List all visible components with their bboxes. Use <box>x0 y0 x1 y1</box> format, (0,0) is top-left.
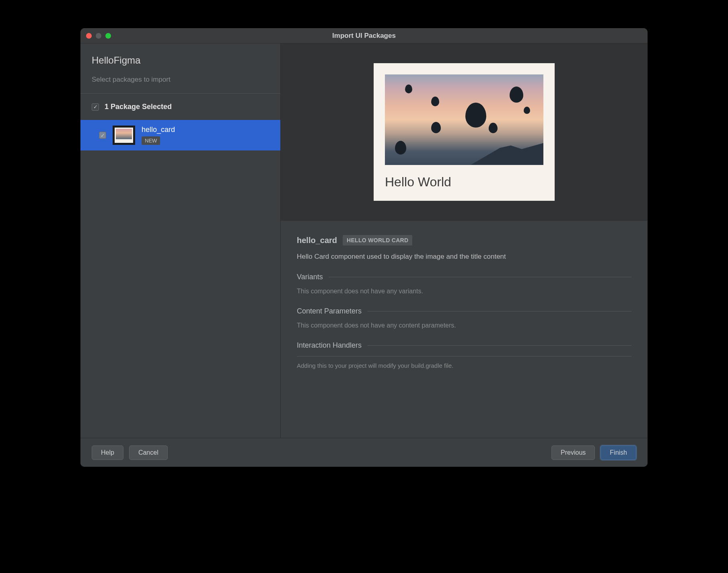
dialog-body: HelloFigma Select packages to import ✓ 1… <box>80 43 648 438</box>
balloon-icon <box>510 87 523 103</box>
project-title: HelloFigma <box>92 55 269 66</box>
balloon-icon <box>524 107 530 114</box>
sidebar: HelloFigma Select packages to import ✓ 1… <box>80 43 281 438</box>
variants-section: Variants This component does not have an… <box>297 273 631 295</box>
details-header: hello_card HELLO WORLD CARD <box>297 235 631 245</box>
balloon-icon <box>405 85 412 93</box>
package-checkbox[interactable]: ✓ <box>99 132 106 139</box>
content-parameters-section: Content Parameters This component does n… <box>297 307 631 329</box>
variants-title-text: Variants <box>297 273 323 281</box>
selected-count-label: 1 Package Selected <box>105 103 172 111</box>
variants-body: This component does not have any variant… <box>297 288 631 295</box>
interaction-handlers-section: Interaction Handlers <box>297 341 631 350</box>
content-parameters-title-text: Content Parameters <box>297 307 362 315</box>
balloon-icon <box>489 123 498 133</box>
interaction-handlers-title: Interaction Handlers <box>297 341 631 350</box>
previous-button[interactable]: Previous <box>551 445 595 460</box>
select-all-checkbox[interactable]: ✓ <box>92 103 99 111</box>
footer-note: Adding this to your project will modify … <box>297 356 631 369</box>
button-bar: Help Cancel Previous Finish <box>80 438 648 467</box>
help-button[interactable]: Help <box>92 445 123 460</box>
project-subtitle: Select packages to import <box>92 76 269 84</box>
main-panel: Hello World hello_card HELLO WORLD CARD … <box>281 43 648 438</box>
package-item-hello-card[interactable]: ✓ hello_card NEW <box>80 120 280 150</box>
close-icon[interactable] <box>86 33 92 39</box>
titlebar: Import UI Packages <box>80 28 648 43</box>
new-badge: NEW <box>142 136 160 145</box>
preview-card-title: Hello World <box>385 175 543 190</box>
finish-button[interactable]: Finish <box>600 445 636 460</box>
content-parameters-title: Content Parameters <box>297 307 631 315</box>
component-badge: HELLO WORLD CARD <box>343 235 412 245</box>
package-meta: hello_card NEW <box>142 126 175 145</box>
select-all-row: ✓ 1 Package Selected <box>80 94 280 120</box>
balloon-icon <box>431 97 439 106</box>
window-title: Import UI Packages <box>80 32 648 40</box>
preview-area: Hello World <box>281 43 648 221</box>
dialog-window: Import UI Packages HelloFigma Select pac… <box>80 28 648 467</box>
landscape-silhouette <box>471 141 543 165</box>
details-panel: hello_card HELLO WORLD CARD Hello Card c… <box>281 221 648 438</box>
balloon-icon <box>465 103 486 128</box>
package-thumbnail <box>113 126 135 145</box>
package-name: hello_card <box>142 126 175 134</box>
preview-card: Hello World <box>374 63 555 201</box>
maximize-icon[interactable] <box>105 33 111 39</box>
balloon-icon <box>431 122 441 133</box>
content-parameters-body: This component does not have any content… <box>297 322 631 329</box>
balloon-icon <box>395 141 406 155</box>
window-controls <box>86 33 111 39</box>
minimize-icon[interactable] <box>96 33 101 39</box>
interaction-handlers-title-text: Interaction Handlers <box>297 341 362 350</box>
component-description: Hello Card component used to display the… <box>297 253 631 261</box>
preview-image <box>385 74 543 165</box>
variants-title: Variants <box>297 273 631 281</box>
component-name: hello_card <box>297 236 337 245</box>
cancel-button[interactable]: Cancel <box>129 445 168 460</box>
sidebar-header: HelloFigma Select packages to import <box>80 43 280 94</box>
